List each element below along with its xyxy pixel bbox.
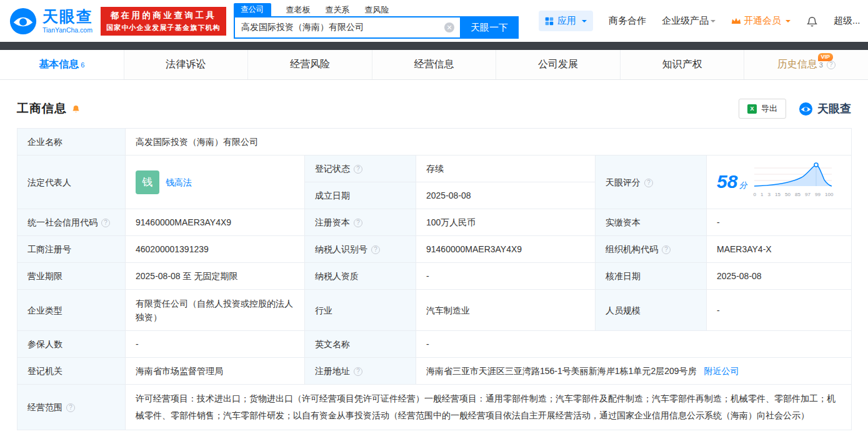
slogan-line1: 都在用的商业查询工具 [106,10,221,21]
legal-rep-link[interactable]: 钱高法 [166,175,192,189]
table-row: 经营范围 许可经营项目：技术进出口；货物进出口（许可经营项目凭许可证件经营）一般… [17,385,852,430]
slogan-badge: 都在用的商业查询工具 国家中小企业发展子基金旗下机构 [101,7,226,36]
company-tabbar: 基本信息 6 法律诉讼 经营风险 经营信息 公司发展 知识产权 VIP 历史信息… [0,50,868,80]
help-icon[interactable] [371,245,380,254]
nearby-companies-link[interactable]: 附近公司 [704,366,739,376]
score-axis-tick: 0 [753,188,756,202]
search-button[interactable]: 天眼一下 [460,16,519,39]
tianyancha-eye-icon [799,102,813,116]
help-icon[interactable] [354,165,362,174]
search-tab-relation[interactable]: 查关系 [326,3,350,16]
tab-basic-info[interactable]: 基本信息 6 [0,50,124,79]
credit-code-label-text: 统一社会信用代码 [27,217,97,227]
value-taxpayer-id: 91460000MAER3AY4X9 [416,236,596,263]
search-tab-risk[interactable]: 查风险 [365,3,389,16]
score-axis-tick: 50 [785,188,791,202]
label-reg-authority: 登记机关 [17,358,126,385]
reg-address-label-text: 注册地址 [315,366,350,376]
reg-status-label-text: 登记状态 [315,164,350,174]
value-reg-status: 存续 [416,155,596,182]
help-icon[interactable] [827,61,836,69]
logo-text: 天眼查 TianYanCha.com [42,8,93,33]
label-taxpayer-id: 纳税人识别号 [305,236,416,263]
label-legal-rep: 法定代表人 [17,155,126,209]
table-row: 企业名称 高发国际投资（海南）有限公司 [17,129,852,155]
tab-legal-proceedings[interactable]: 法律诉讼 [124,50,249,79]
super-vip-menu[interactable]: 超级... [834,15,861,27]
enterprise-products-menu[interactable]: 企业级产品 [662,15,716,27]
excel-icon [747,104,757,114]
export-label: 导出 [761,103,777,114]
legal-rep-avatar[interactable]: 钱 [136,170,159,194]
tianyancha-logo[interactable]: 天眼查 TianYanCha.com [9,7,93,36]
score-number: 58分 [717,172,747,192]
value-reg-number: 460200001391239 [126,236,305,263]
tab-history-info[interactable]: VIP 历史信息 3 [744,50,868,79]
reg-address-text: 海南省三亚市天涯区三亚湾路156-1号美丽新海岸1栋1单元2层209号房 [426,366,697,376]
value-tianyan-score: 58分 0 [707,155,852,209]
value-english-name: - [416,331,852,358]
chevron-down-icon [711,20,716,25]
help-icon[interactable] [644,179,653,187]
section-title: 工商信息 [17,101,67,117]
value-insured-count: - [126,331,305,358]
label-establish-date: 成立日期 [305,182,416,209]
score-axis-tick: 99 [815,188,821,202]
label-tianyan-score: 天眼评分 [596,155,707,209]
score-axis-tick: 97 [805,188,811,202]
table-row: 统一社会信用代码 91460000MAER3AY4X9 注册资本 100万人民币… [17,209,852,236]
score-curve-chart [753,162,833,187]
section-head: 工商信息 导出 天眼查 [17,99,851,119]
help-icon[interactable] [354,219,362,227]
label-company-type: 企业类型 [17,290,126,331]
value-legal-rep: 钱 钱高法 [126,155,305,209]
help-icon[interactable] [101,219,110,227]
search-input[interactable] [234,16,460,39]
label-reg-address: 注册地址 [305,358,416,385]
table-row: 参保人数 - 英文名称 - [17,331,852,358]
search-tab-boss[interactable]: 查老板 [286,3,311,16]
tab-intellectual-property-label: 知识产权 [662,58,702,71]
clear-input-icon[interactable]: ✕ [444,22,454,32]
apps-menu[interactable]: 应用 [539,11,593,31]
apps-label: 应用 [557,15,576,27]
tab-basic-info-count: 6 [81,61,84,69]
reg-capital-label-text: 注册资本 [315,217,350,227]
tab-operating-info[interactable]: 经营信息 [372,50,497,79]
value-taxpayer-quality: - [416,263,596,290]
enterprise-products-label: 企业级产品 [662,15,709,27]
table-row: 工商注册号 460200001391239 纳税人识别号 91460000MAE… [17,236,852,263]
value-reg-capital: 100万人民币 [416,209,596,236]
score-axis: 0 1 3 15 50 85 97 99 100 [753,188,833,202]
label-reg-number: 工商注册号 [17,236,126,263]
help-icon[interactable] [354,367,362,376]
help-icon[interactable] [66,403,75,412]
table-row: 法定代表人 钱 钱高法 登记状态 存续 天眼评分 58分 [17,155,852,182]
score-axis-tick: 1 [761,188,763,202]
header-nav: 应用 商务合作 企业级产品 开通会员 超级... [539,11,861,31]
main-content: 工商信息 导出 天眼查 [0,99,868,430]
value-establish-date: 2025-08-08 [416,182,596,209]
tab-intellectual-property[interactable]: 知识产权 [621,50,745,79]
crown-icon [731,17,741,25]
table-row: 营业期限 2025-08-08 至 无固定期限 纳税人资质 - 核准日期 202… [17,263,852,290]
tianyancha-eye-icon [9,7,37,36]
grid-icon [545,17,554,26]
open-membership-menu[interactable]: 开通会员 [731,15,791,27]
tab-history-info-count: 3 [819,61,823,69]
org-code-label-text: 组织机构代码 [606,244,658,254]
watermark-brand: 天眼查 [799,101,851,116]
value-reg-address: 海南省三亚市天涯区三亚湾路156-1号美丽新海岸1栋1单元2层209号房 附近公… [416,358,852,385]
business-info-table: 企业名称 高发国际投资（海南）有限公司 法定代表人 钱 钱高法 登记状态 存续 … [17,128,852,430]
export-button[interactable]: 导出 [739,99,786,119]
notification-bell-icon[interactable] [806,15,818,27]
label-insured-count: 参保人数 [17,331,126,358]
subscribe-bell-icon[interactable] [71,104,81,114]
tab-company-development[interactable]: 公司发展 [496,50,621,79]
search-tab-company[interactable]: 查公司 [234,3,271,16]
business-cooperation-link[interactable]: 商务合作 [609,15,646,27]
help-icon[interactable] [662,245,671,254]
label-business-term: 营业期限 [17,263,126,290]
logo-domain: TianYanCha.com [42,26,93,34]
tab-operating-risk[interactable]: 经营风险 [248,50,372,79]
